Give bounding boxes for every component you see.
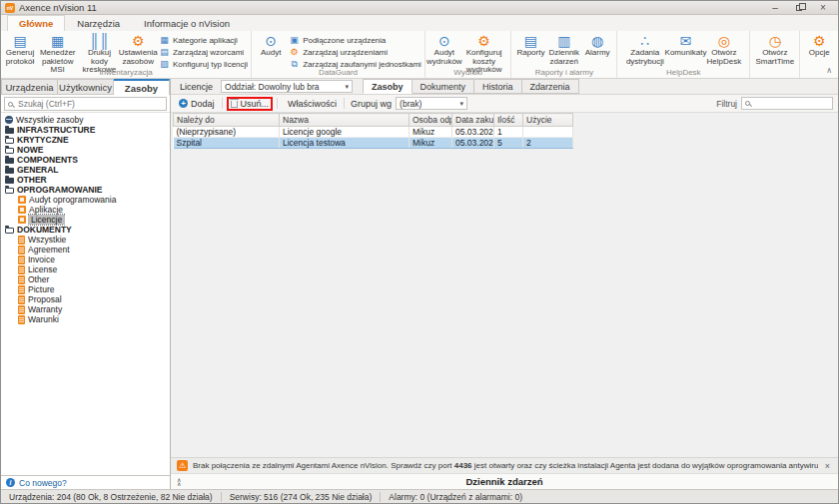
- minimize-button[interactable]: –: [768, 2, 782, 13]
- distribution-tasks-button[interactable]: ∴ Zadania dystrybucji: [620, 32, 669, 66]
- event-log-button[interactable]: ▥ Dziennik zdarzeń: [546, 32, 581, 66]
- table-header-row: Należy do Nazwa Osoba odpowi Data zakupu…: [174, 114, 573, 127]
- ribbon-tab-glowne[interactable]: Główne: [7, 15, 65, 31]
- generate-protocol-button[interactable]: ▤ Generuj protokół: [4, 32, 36, 66]
- button-label: Zadania dystrybucji: [622, 49, 667, 66]
- column-header[interactable]: Nazwa: [280, 114, 410, 127]
- tab-urzadzenia[interactable]: Urządzenia: [1, 79, 58, 95]
- group-by-dropdown[interactable]: (brak) ▾: [396, 97, 467, 110]
- tree-item-krytyczne[interactable]: KRYTYCZNE: [1, 135, 170, 145]
- tree-item-warranty[interactable]: Warranty: [1, 304, 170, 314]
- tree-item-wszystkie[interactable]: Wszystkie: [1, 235, 170, 245]
- tree-label: OPROGRAMOWANIE: [17, 185, 102, 195]
- tree-item-aplikacje[interactable]: Aplikacje: [1, 205, 170, 215]
- ribbon-group-dataguard: ⊙ Audyt ▣ Podłączone urządzenia ⚙ Zarząd…: [252, 31, 425, 78]
- column-header[interactable]: Użycie: [523, 114, 573, 127]
- separator: [277, 98, 278, 109]
- column-header[interactable]: Data zakupu: [452, 114, 494, 127]
- licenses-icon: [18, 216, 26, 224]
- connected-devices-button[interactable]: ▣ Podłączone urządzenia: [289, 35, 421, 45]
- button-label: Audyt wydruków: [426, 49, 462, 66]
- sidebar-search[interactable]: [4, 97, 167, 111]
- tree-item-oprogramowanie[interactable]: OPROGRAMOWANIE: [1, 185, 170, 195]
- add-button[interactable]: + Dodaj: [176, 98, 218, 110]
- filter-input[interactable]: [753, 98, 829, 110]
- notification-text: Brak połączenia ze zdalnymi Agentami Axe…: [193, 461, 818, 470]
- ribbon-tab-informacje[interactable]: Informacje o nVision: [132, 15, 242, 31]
- print-audit-button[interactable]: ⊙ Audyt wydruków: [428, 32, 460, 66]
- applications-icon: [18, 206, 26, 214]
- column-header[interactable]: Ilość: [494, 114, 523, 127]
- asset-settings-button[interactable]: ⚙ Ustawienia zasobów: [119, 32, 157, 66]
- app-categories-button[interactable]: ▦ Kategorie aplikacji: [159, 35, 248, 45]
- tree-item-nowe[interactable]: NOWE: [1, 145, 170, 155]
- close-icon[interactable]: ×: [823, 461, 832, 471]
- document-icon: [18, 275, 25, 284]
- subtab-zdarzenia[interactable]: Zdarzenia: [522, 79, 579, 94]
- subtab-historia[interactable]: Historia: [474, 79, 522, 94]
- tree-item-agreement[interactable]: Agreement: [1, 245, 170, 254]
- alarms-button[interactable]: ◍ Alarmy: [581, 32, 613, 58]
- properties-button[interactable]: Właściwości: [282, 98, 340, 110]
- manage-devices-button[interactable]: ⚙ Zarządzaj urządzeniami: [289, 47, 421, 57]
- tree-item-general[interactable]: GENERAL: [1, 165, 170, 175]
- tree-item-infrastructure[interactable]: INFRASTRUCTURE: [1, 125, 170, 135]
- column-header[interactable]: Osoba odpowi: [410, 114, 452, 127]
- clock-icon: ◷: [769, 33, 781, 49]
- open-helpdesk-button[interactable]: ◎ Otwórz HelpDesk: [701, 32, 746, 66]
- search-icon: [745, 101, 750, 106]
- whats-new-link[interactable]: Co nowego?: [19, 478, 67, 488]
- tree-item-warunki[interactable]: Warunki: [1, 314, 170, 324]
- subtab-zasoby[interactable]: Zasoby: [363, 79, 413, 94]
- tree-item-license[interactable]: License: [1, 264, 170, 274]
- tree-item-other-doc[interactable]: Other: [1, 274, 170, 284]
- restore-button[interactable]: [792, 2, 806, 13]
- tree-label: Wszystkie: [28, 235, 66, 245]
- search-input[interactable]: [16, 98, 163, 110]
- ribbon-tab-narzedzia[interactable]: Narzędzia: [65, 15, 132, 31]
- messages-button[interactable]: ✉ Komunikaty: [669, 32, 701, 58]
- document-icon: [18, 265, 25, 274]
- dataguard-audit-button[interactable]: ⊙ Audyt: [255, 32, 287, 58]
- tree-item-picture[interactable]: Picture: [1, 284, 170, 294]
- status-alarms: Alarmy: 0 (Urządzeń z alarmami: 0): [381, 492, 530, 502]
- tree-label: DOKUMENTY: [17, 225, 72, 235]
- subtab-dokumenty[interactable]: Dokumenty: [413, 79, 475, 94]
- cell: 05.03.2020: [452, 138, 494, 149]
- ribbon-group-wydruki: ⊙ Audyt wydruków ⚙ Konfiguruj koszty wyd…: [425, 31, 512, 78]
- tree-label: KRYTYCZNE: [17, 135, 69, 145]
- tree-label: Warranty: [28, 304, 62, 314]
- table-row[interactable]: (Nieprzypisane) Licencje google Mikuz 05…: [174, 127, 573, 138]
- app-window: nV Axence nVision 11 – × Główne Narzędzi…: [0, 0, 839, 504]
- tab-zasoby[interactable]: Zasoby: [114, 79, 170, 95]
- open-smarttime-button[interactable]: ◷ Otwórz SmartTime: [753, 32, 796, 66]
- manage-templates-button[interactable]: ▤ Zarządzaj wzorcami: [159, 47, 248, 57]
- table-row-selected[interactable]: Szpital Licencja testowa Mikuz 05.03.202…: [174, 138, 573, 149]
- tree-label: Proposal: [28, 294, 62, 304]
- tree-item-licencje[interactable]: Licencje: [1, 215, 170, 225]
- tree-item-invoice[interactable]: Invoice: [1, 254, 170, 264]
- collapse-ribbon-button[interactable]: ∧: [826, 66, 832, 75]
- tree-item-components[interactable]: COMPONENTS: [1, 155, 170, 165]
- notification-port: 4436: [454, 461, 472, 470]
- tree-item-other[interactable]: OTHER: [1, 175, 170, 185]
- reports-button[interactable]: ▤ Raporty: [514, 32, 546, 58]
- tab-uzytkownicy[interactable]: Użytkownicy: [58, 79, 114, 95]
- branch-filter-dropdown[interactable]: Oddział: Dowolny lub bra ▾: [221, 80, 353, 93]
- gear-icon: ⚙: [289, 47, 300, 57]
- filter-search[interactable]: [741, 97, 833, 110]
- column-header[interactable]: Należy do: [174, 114, 280, 127]
- cell: Licencja testowa: [280, 138, 410, 149]
- delete-button[interactable]: Usuń...: [227, 97, 274, 111]
- tree-item-wszystkie-zasoby[interactable]: Wszystkie zasoby: [1, 115, 170, 125]
- button-label: Kategorie aplikacji: [173, 36, 238, 45]
- button-label: Usuń...: [241, 99, 270, 109]
- tree-item-proposal[interactable]: Proposal: [1, 294, 170, 304]
- cell: [523, 127, 573, 138]
- options-button[interactable]: ⚙ Opcje: [803, 32, 835, 58]
- tree-item-audyt-oprogramowania[interactable]: Audyt oprogramowania: [1, 195, 170, 205]
- tree-item-dokumenty[interactable]: DOKUMENTY: [1, 225, 170, 235]
- group-by-value: (brak): [400, 99, 421, 109]
- folder-icon: [5, 178, 14, 184]
- close-button[interactable]: ×: [816, 2, 830, 13]
